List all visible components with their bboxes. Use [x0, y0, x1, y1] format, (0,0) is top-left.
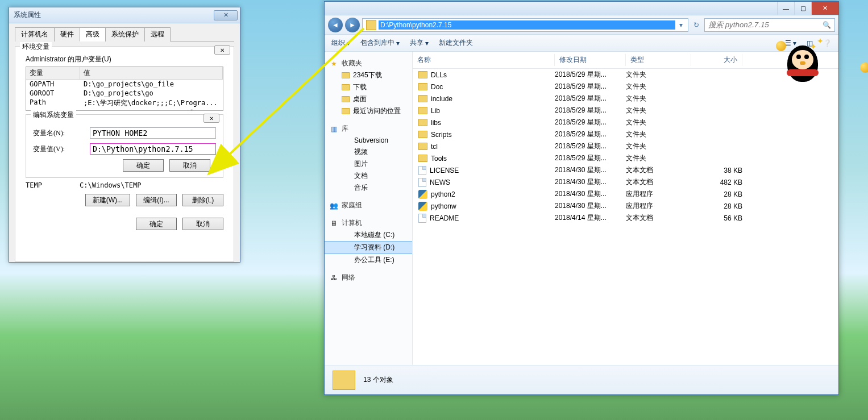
- item-icon: [342, 108, 350, 114]
- homegroup-header[interactable]: 👥 家庭组: [325, 199, 412, 211]
- ok-button[interactable]: 确定: [123, 159, 164, 172]
- cancel-button[interactable]: 取消: [169, 159, 210, 172]
- explorer-window: — ▢ ✕ ◄ ► D:\Python\python2.7.15 ▾ ↻ 🔍 组…: [324, 1, 839, 395]
- col-date[interactable]: 修改日期: [555, 54, 626, 66]
- computer-header[interactable]: 🖥 计算机: [325, 217, 412, 229]
- network-header[interactable]: 🖧 网络: [325, 272, 412, 284]
- sidebar-item[interactable]: 视频: [325, 146, 412, 158]
- sidebar-item[interactable]: 图片: [325, 158, 412, 170]
- cancel-button[interactable]: 取消: [182, 218, 223, 230]
- user-vars-table[interactable]: 变量 值 GOPATHD:\go_projects\go_fileGOROOTD…: [26, 66, 223, 111]
- sidebar-item[interactable]: 下载: [325, 81, 412, 93]
- forward-icon[interactable]: ►: [345, 18, 360, 32]
- list-item[interactable]: Scripts2018/5/29 星期...文件夹: [413, 128, 838, 140]
- col-name[interactable]: 名称: [413, 54, 555, 66]
- var-value-input[interactable]: [90, 143, 216, 155]
- close-icon[interactable]: ✕: [214, 45, 230, 55]
- folder-icon: [333, 371, 355, 390]
- list-item[interactable]: Tools2018/5/29 星期...文件夹: [413, 152, 838, 164]
- list-item[interactable]: libs2018/5/29 星期...文件夹: [413, 117, 838, 128]
- sidebar-item[interactable]: 桌面: [325, 93, 412, 105]
- explorer-titlebar: — ▢ ✕: [325, 2, 838, 15]
- chevron-down-icon[interactable]: ▾: [675, 21, 687, 29]
- user-vars-label: Administrator 的用户变量(U): [26, 55, 229, 64]
- status-bar: 13 个对象: [325, 365, 838, 394]
- item-icon: [342, 84, 350, 90]
- list-item[interactable]: README2018/4/14 星期...文本文档56 KB: [413, 212, 838, 224]
- star-icon: ★: [329, 59, 338, 68]
- include-library-menu[interactable]: 包含到库中 ▾: [360, 38, 400, 48]
- item-icon: [342, 231, 351, 240]
- libraries-header[interactable]: ▥ 库: [325, 123, 412, 135]
- tab-3[interactable]: 系统保护: [105, 27, 145, 41]
- var-value-label: 变量值(V):: [33, 144, 90, 154]
- search-icon[interactable]: 🔍: [823, 21, 831, 29]
- refresh-icon[interactable]: ↻: [691, 21, 702, 29]
- sysprops-title-text: 系统属性: [14, 10, 41, 20]
- edit-button[interactable]: 编缉(I)...: [136, 194, 177, 206]
- file-list[interactable]: 名称 修改日期 类型 大小 DLLs2018/5/29 星期...文件夹Doc2…: [413, 52, 838, 365]
- list-item[interactable]: NEWS2018/4/30 星期...文本文档482 KB: [413, 176, 838, 188]
- new-folder-button[interactable]: 新建文件夹: [439, 38, 473, 48]
- list-item[interactable]: tcl2018/5/29 星期...文件夹: [413, 140, 838, 152]
- table-row[interactable]: Path;E:\学习研究\docker;;;C;\Progra...: [26, 98, 223, 109]
- organize-menu[interactable]: 组织 ▾: [331, 38, 350, 48]
- close-icon[interactable]: ✕: [203, 114, 219, 123]
- item-icon: [342, 256, 351, 265]
- tab-1[interactable]: 硬件: [54, 27, 80, 41]
- env-group-title: 环境变量: [20, 42, 52, 52]
- sidebar-item[interactable]: 文档: [325, 170, 412, 182]
- share-menu[interactable]: 共享 ▾: [410, 38, 429, 48]
- folder-icon: [418, 107, 427, 114]
- address-bar[interactable]: D:\Python\python2.7.15 ▾: [362, 18, 688, 32]
- new-button[interactable]: 新建(W)...: [85, 194, 130, 206]
- col-size[interactable]: 大小: [691, 54, 742, 66]
- folder-icon: [418, 143, 427, 150]
- qq-penguin-icon[interactable]: ✦ ✦: [783, 40, 823, 85]
- item-icon: [342, 243, 351, 252]
- ok-button[interactable]: 确定: [136, 218, 177, 230]
- sidebar-item[interactable]: 最近访问的位置: [325, 105, 412, 117]
- list-item[interactable]: include2018/5/29 星期...文件夹: [413, 93, 838, 105]
- sidebar-item[interactable]: 学习资料 (D:): [325, 241, 412, 254]
- col-variable: 变量: [26, 67, 80, 79]
- item-icon: [342, 72, 350, 78]
- table-row[interactable]: GOPATHD:\go_projects\go_file: [26, 80, 223, 89]
- edit-group-title: 编辑系统变量: [31, 110, 76, 120]
- sysprops-titlebar: 系统属性 ✕: [9, 7, 240, 23]
- sidebar-item[interactable]: 本地磁盘 (C:): [325, 229, 412, 241]
- list-item[interactable]: pythonw2018/4/30 星期...应用程序28 KB: [413, 200, 838, 212]
- tab-2[interactable]: 高级: [80, 27, 106, 41]
- txt-icon: [418, 178, 426, 187]
- favorites-header[interactable]: ★ 收藏夹: [325, 57, 412, 69]
- sidebar-item[interactable]: Subversion: [325, 135, 412, 146]
- file-list-header: 名称 修改日期 类型 大小: [413, 52, 838, 69]
- col-type[interactable]: 类型: [626, 54, 691, 66]
- list-item[interactable]: Doc2018/5/29 星期...文件夹: [413, 81, 838, 93]
- help-icon[interactable]: ❔: [823, 39, 832, 47]
- search-box[interactable]: 🔍: [704, 18, 835, 32]
- maximize-icon[interactable]: ▢: [794, 2, 811, 15]
- explorer-sidebar[interactable]: ★ 收藏夹 2345下载下载桌面最近访问的位置 ▥ 库 Subversion视频…: [325, 52, 413, 365]
- close-icon[interactable]: ✕: [214, 10, 238, 20]
- back-icon[interactable]: ◄: [328, 18, 343, 32]
- search-input[interactable]: [708, 20, 820, 29]
- sidebar-item[interactable]: 音乐: [325, 182, 412, 194]
- item-icon: [342, 148, 351, 157]
- close-icon[interactable]: ✕: [811, 2, 838, 15]
- list-item[interactable]: LICENSE2018/4/30 星期...文本文档38 KB: [413, 164, 838, 176]
- list-item[interactable]: python22018/4/30 星期...应用程序28 KB: [413, 188, 838, 200]
- tab-0[interactable]: 计算机名: [15, 27, 55, 41]
- list-item[interactable]: Lib2018/5/29 星期...文件夹: [413, 105, 838, 117]
- sidebar-item[interactable]: 2345下载: [325, 69, 412, 81]
- tab-4[interactable]: 远程: [144, 27, 171, 41]
- list-item[interactable]: DLLs2018/5/29 星期...文件夹: [413, 69, 838, 81]
- sidebar-item[interactable]: 办公工具 (E:): [325, 254, 412, 266]
- var-name-label: 变量名(N):: [33, 128, 90, 138]
- table-row[interactable]: GOROOTD:\go_projects\go: [26, 89, 223, 98]
- address-text[interactable]: D:\Python\python2.7.15: [379, 20, 675, 30]
- var-name-input[interactable]: [90, 127, 216, 139]
- delete-button[interactable]: 删除(L): [182, 194, 223, 206]
- system-properties-dialog: 系统属性 ✕ 计算机名硬件高级系统保护远程 环境变量 ✕ Administrat…: [9, 7, 240, 263]
- minimize-icon[interactable]: —: [777, 2, 794, 15]
